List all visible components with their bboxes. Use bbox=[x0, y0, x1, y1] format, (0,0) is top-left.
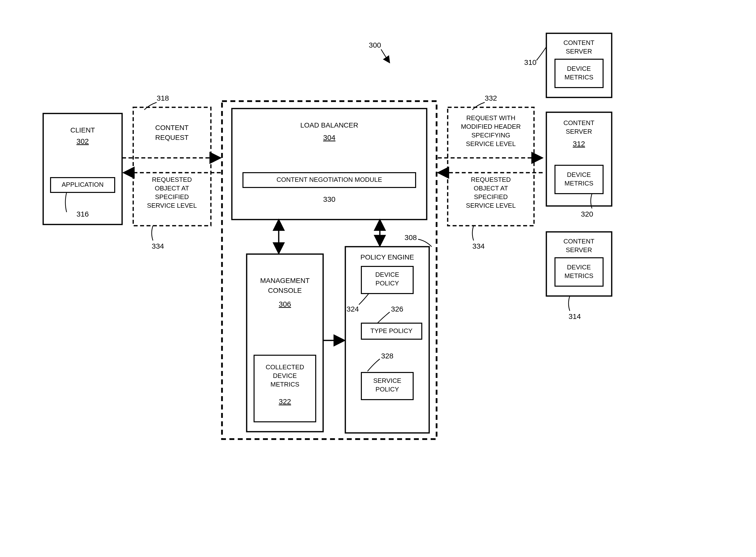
device-policy-l2: POLICY bbox=[375, 280, 399, 287]
cs2-title-l1: CONTENT bbox=[563, 119, 595, 126]
mc-title-l1: MANAGEMENT bbox=[260, 277, 310, 285]
management-console-box: MANAGEMENT CONSOLE 306 COLLECTED DEVICE … bbox=[247, 254, 323, 432]
content-request-l2: REQUEST bbox=[155, 134, 188, 141]
cnm-label: CONTENT NEGOTIATION MODULE bbox=[276, 176, 382, 183]
reqmod-l2: MODIFIED HEADER bbox=[461, 123, 521, 130]
client-box: CLIENT 302 APPLICATION 316 bbox=[43, 114, 122, 225]
device-policy-l1: DEVICE bbox=[375, 271, 399, 278]
pe-ref: 308 bbox=[404, 233, 417, 241]
collected-l2: DEVICE bbox=[273, 372, 297, 379]
cs3-metrics-l1: DEVICE bbox=[567, 263, 591, 271]
collected-l3: METRICS bbox=[271, 381, 299, 388]
cnm-ref: 330 bbox=[323, 195, 335, 203]
cs3-title-l1: CONTENT bbox=[563, 238, 595, 245]
load-balancer-ref: 304 bbox=[323, 134, 335, 142]
request-mod-box: REQUEST WITH MODIFIED HEADER SPECIFYING … bbox=[448, 94, 534, 250]
reqmod-l1: REQUEST WITH bbox=[466, 114, 515, 122]
cs3-title-l2: SERVER bbox=[566, 246, 592, 254]
req-right-l4: SERVICE LEVEL bbox=[466, 202, 516, 209]
cs3-metrics-l2: METRICS bbox=[565, 272, 594, 280]
content-server-2: CONTENT SERVER 312 DEVICE METRICS 320 bbox=[546, 112, 612, 218]
cs2-ref: 312 bbox=[573, 140, 585, 148]
cs1-ref: 310 bbox=[524, 58, 537, 66]
service-policy-l2: POLICY bbox=[375, 386, 399, 393]
cs3-ref: 314 bbox=[569, 312, 581, 320]
content-request-box: CONTENT REQUEST 318 REQUESTED OBJECT AT … bbox=[133, 94, 211, 250]
content-request-l1: CONTENT bbox=[155, 124, 188, 131]
req-right-l3: SPECIFIED bbox=[474, 193, 508, 201]
architecture-diagram: 300 CLIENT 302 APPLICATION 316 LOAD BALA… bbox=[0, 0, 756, 557]
diagram-ref: 300 bbox=[369, 41, 381, 49]
req-left-l1: REQUESTED bbox=[152, 176, 192, 183]
cs2-title-l2: SERVER bbox=[566, 128, 592, 135]
content-server-3: CONTENT SERVER DEVICE METRICS 314 bbox=[546, 232, 612, 320]
cs1-title-l1: CONTENT bbox=[563, 39, 595, 47]
service-policy-ref: 328 bbox=[381, 352, 393, 360]
reqmod-ref: 332 bbox=[485, 94, 497, 102]
req-left-l3: SPECIFIED bbox=[155, 193, 189, 201]
reqmod-l3: SPECIFYING bbox=[471, 131, 510, 139]
cs2-metrics-l1: DEVICE bbox=[567, 171, 591, 178]
reqmod-l4: SERVICE LEVEL bbox=[466, 140, 516, 148]
req-right-l1: REQUESTED bbox=[471, 176, 511, 183]
policy-engine-box: POLICY ENGINE 308 DEVICE POLICY 324 326 … bbox=[345, 233, 432, 433]
cs1-metrics-l1: DEVICE bbox=[567, 65, 591, 72]
req-right-l2: OBJECT AT bbox=[474, 184, 508, 192]
cs2-metrics-l2: METRICS bbox=[565, 180, 594, 187]
pe-title: POLICY ENGINE bbox=[360, 253, 414, 261]
collected-ref: 322 bbox=[279, 398, 291, 406]
cs2-metrics-ref: 320 bbox=[581, 210, 593, 218]
content-request-ref: 318 bbox=[157, 94, 169, 102]
application-ref: 316 bbox=[77, 210, 89, 218]
content-server-1: CONTENT SERVER DEVICE METRICS 310 bbox=[524, 33, 612, 97]
application-label: APPLICATION bbox=[62, 181, 103, 188]
load-balancer-box: LOAD BALANCER 304 CONTENT NEGOTIATION MO… bbox=[232, 109, 427, 219]
req-left-ref: 334 bbox=[152, 242, 164, 250]
client-title: CLIENT bbox=[70, 126, 95, 134]
type-policy-ref: 326 bbox=[391, 305, 403, 313]
cs1-metrics-l2: METRICS bbox=[565, 74, 594, 81]
device-policy-ref: 324 bbox=[346, 305, 359, 313]
req-left-l4: SERVICE LEVEL bbox=[147, 202, 197, 209]
mc-ref: 306 bbox=[279, 300, 291, 308]
cs1-title-l2: SERVER bbox=[566, 48, 592, 55]
req-left-l2: OBJECT AT bbox=[155, 184, 189, 192]
mc-title-l2: CONSOLE bbox=[268, 287, 302, 294]
load-balancer-title: LOAD BALANCER bbox=[300, 121, 358, 129]
req-right-ref: 334 bbox=[472, 242, 485, 250]
collected-l1: COLLECTED bbox=[266, 363, 304, 371]
service-policy-l1: SERVICE bbox=[373, 377, 401, 384]
type-policy-label: TYPE POLICY bbox=[370, 327, 413, 334]
client-ref: 302 bbox=[77, 137, 89, 145]
